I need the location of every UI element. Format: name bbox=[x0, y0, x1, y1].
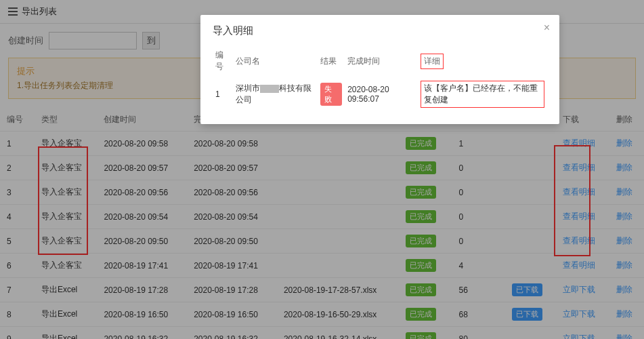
mrow-finish: 2020-08-20 09:56:07 bbox=[345, 77, 418, 112]
censored-text bbox=[260, 85, 279, 93]
mrow-no: 1 bbox=[213, 77, 233, 112]
mcol-no: 编号 bbox=[213, 45, 233, 77]
modal-title: 导入明细 bbox=[213, 24, 547, 37]
mrow-company: 深圳市科技有限公司 bbox=[233, 77, 318, 112]
mcol-company: 公司名 bbox=[233, 45, 318, 77]
modal-row: 1 深圳市科技有限公司 失败 2020-08-20 09:56:07 该【客户名… bbox=[213, 77, 547, 112]
mrow-result: 失败 bbox=[318, 77, 345, 112]
import-detail-modal: 导入明细 × 编号 公司名 结果 完成时间 详细 1 深圳市科技有限公司 失败 … bbox=[200, 15, 559, 124]
mcol-finish: 完成时间 bbox=[345, 45, 418, 77]
mcol-result: 结果 bbox=[318, 45, 345, 77]
mcol-detail: 详细 bbox=[418, 45, 547, 77]
modal-close-button[interactable]: × bbox=[544, 22, 550, 34]
mrow-detail: 该【客户名】已经存在，不能重复创建 bbox=[418, 77, 547, 112]
